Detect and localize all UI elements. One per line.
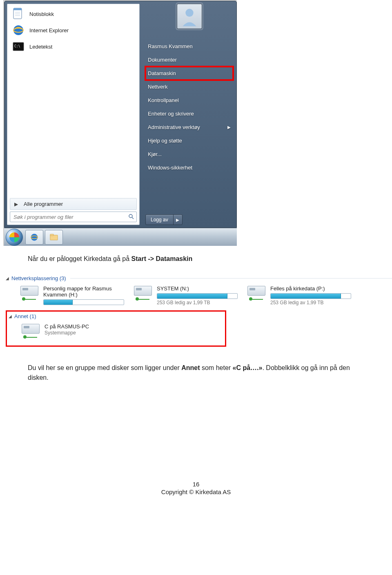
user-name-item[interactable]: Rasmus Kvammen <box>145 40 233 53</box>
svg-point-9 <box>129 214 132 218</box>
network-drive-icon <box>22 324 40 339</box>
all-programs-button[interactable]: ▶ Alle programmer <box>10 198 137 210</box>
right-item-winsec[interactable]: Windows-sikkerhet <box>145 161 233 174</box>
right-item-dokumenter[interactable]: Dokumenter <box>145 53 233 67</box>
start-menu-left-pane: Notisblokk Internet Explorer C:\ Ledetek… <box>7 4 140 225</box>
logoff-dropdown-icon[interactable]: ▶ <box>173 215 182 225</box>
right-item-label: Hjelp og støtte <box>148 138 182 144</box>
drive-title: SYSTEM (N:) <box>157 286 238 292</box>
search-box[interactable] <box>10 212 137 222</box>
annet-highlight-box: ◢ Annet (1) C på RASMUS-PC Systemmappe <box>6 310 226 347</box>
drive-subtitle: Systemmappe <box>45 330 125 336</box>
right-item-label: Kjør... <box>148 151 162 157</box>
group-header-nettverk[interactable]: ◢ Nettverksplassering (3) <box>6 274 392 282</box>
start-menu-right-pane: Rasmus Kvammen Dokumenter Datamaskin Net… <box>140 1 236 227</box>
drive-free-space: 253 GB ledig av 1,99 TB <box>157 300 238 305</box>
logoff-button[interactable]: Logg av ▶ <box>145 214 183 225</box>
right-item-admin[interactable]: Administrative verktøy ▶ <box>145 120 233 134</box>
drive-c-remote[interactable]: C på RASMUS-PC Systemmappe <box>20 323 127 341</box>
drive-free-space: 253 GB ledig av 1,99 TB <box>270 300 351 305</box>
search-icon[interactable] <box>126 214 136 221</box>
collapse-icon: ◢ <box>6 276 9 281</box>
right-item-nettverk[interactable]: Nettverk <box>145 80 233 94</box>
program-internet-explorer[interactable]: Internet Explorer <box>7 22 139 38</box>
drive-capacity-bar <box>157 293 238 299</box>
drive-title: Personlig mappe for RasmusKvammen (H:) <box>43 286 124 298</box>
svg-rect-15 <box>50 234 53 236</box>
user-name-label: Rasmus Kvammen <box>148 43 193 49</box>
taskbar <box>4 228 237 246</box>
network-drive-icon <box>247 286 266 301</box>
page-number: 16 <box>0 481 392 488</box>
paragraph-1: Når du er pålogget Kirkedata gå på Start… <box>28 254 364 264</box>
right-item-label: Windows-sikkerhet <box>148 165 192 171</box>
collapse-icon: ◢ <box>9 314 12 319</box>
drive-capacity-bar <box>270 293 351 299</box>
right-item-label: Datamaskin <box>148 70 176 76</box>
network-drive-icon <box>134 286 153 301</box>
start-menu-screenshot: Notisblokk Internet Explorer C:\ Ledetek… <box>3 0 237 246</box>
right-item-kontrollpanel[interactable]: Kontrollpanel <box>145 94 233 107</box>
program-notisblokk[interactable]: Notisblokk <box>7 6 139 22</box>
page-footer: 16 Copyright © Kirkedata AS <box>0 481 392 495</box>
taskbar-ie-button[interactable] <box>25 230 43 245</box>
program-label: Notisblokk <box>29 11 54 17</box>
search-input[interactable] <box>10 214 126 220</box>
explorer-screenshot: ◢ Nettverksplassering (3) Personlig mapp… <box>6 274 392 347</box>
chevron-right-icon: ▶ <box>14 201 18 207</box>
all-programs-label: Alle programmer <box>24 201 63 207</box>
submenu-arrow-icon: ▶ <box>227 125 231 129</box>
right-item-label: Enheter og skrivere <box>148 111 194 117</box>
copyright: Copyright © Kirkedata AS <box>0 488 392 495</box>
right-item-label: Kontrollpanel <box>148 97 179 103</box>
drive-p[interactable]: Felles på kirkedata (P:) 253 GB ledig av… <box>246 285 353 307</box>
group-label: Nettverksplassering (3) <box>11 275 66 281</box>
drive-h[interactable]: Personlig mappe for RasmusKvammen (H:) <box>19 285 126 307</box>
right-item-datamaskin[interactable]: Datamaskin <box>145 67 233 80</box>
program-list: Notisblokk Internet Explorer C:\ Ledetek… <box>7 4 139 196</box>
right-item-kjor[interactable]: Kjør... <box>145 147 233 161</box>
right-item-label: Nettverk <box>148 84 167 90</box>
cmd-icon: C:\ <box>11 40 25 53</box>
program-label: Ledetekst <box>29 44 52 50</box>
user-avatar[interactable] <box>177 4 202 29</box>
right-item-enheter[interactable]: Enheter og skrivere <box>145 107 233 120</box>
right-item-label: Administrative verktøy <box>148 124 200 130</box>
svg-point-11 <box>185 9 193 17</box>
paragraph-2: Du vil her se en gruppe med disker som l… <box>28 363 364 383</box>
svg-rect-1 <box>13 8 22 10</box>
taskbar-explorer-button[interactable] <box>45 230 63 245</box>
ie-icon <box>11 23 25 37</box>
group-label: Annet (1) <box>14 313 36 319</box>
drive-n[interactable]: SYSTEM (N:) 253 GB ledig av 1,99 TB <box>132 285 239 307</box>
drive-title: Felles på kirkedata (P:) <box>270 286 351 292</box>
notepad-icon <box>11 7 25 21</box>
drive-capacity-bar <box>43 299 124 305</box>
svg-point-12 <box>31 234 38 241</box>
group-header-annet[interactable]: ◢ Annet (1) <box>7 312 225 320</box>
svg-text:C:\: C:\ <box>14 45 20 48</box>
drive-title: C på RASMUS-PC <box>45 324 125 330</box>
svg-line-10 <box>132 217 134 219</box>
right-item-hjelp[interactable]: Hjelp og støtte <box>145 134 233 147</box>
start-button[interactable] <box>6 229 23 246</box>
program-label: Internet Explorer <box>29 27 69 33</box>
svg-point-5 <box>13 25 23 35</box>
network-drive-icon <box>20 286 39 301</box>
right-item-label: Dokumenter <box>148 57 177 63</box>
logoff-label: Logg av <box>146 217 173 223</box>
program-ledetekst[interactable]: C:\ Ledetekst <box>7 38 139 55</box>
